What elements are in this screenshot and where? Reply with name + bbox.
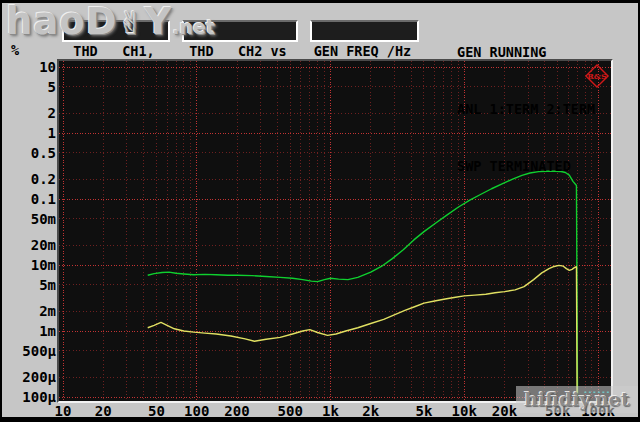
readout-box-ch1 [62,20,170,42]
y-tick-label: 10 [8,59,56,75]
analyzer-screen: THD CH1, THD CH2 vs GEN FREQ /Hz GEN RUN… [0,0,640,422]
x-tick-label: 100k [566,403,630,418]
status-readout: GEN RUNNING ANL 1:TERM 2:TERM SWP TERMIN… [457,5,595,214]
status-line-sweep: SWP TERMINATED [457,157,595,176]
y-tick-label: 5 [8,79,56,95]
y-tick-label: 200µ [8,369,56,385]
y-tick-label: 1 [8,125,56,141]
y-tick-label: 0.5 [8,145,56,161]
y-tick-label: 2m [8,303,56,319]
readout-label-ch2: THD CH2 vs [178,43,298,58]
readout-box-genfreq [310,20,419,42]
y-tick-label: 1m [8,323,56,339]
status-line-analyzer: ANL 1:TERM 2:TERM [457,100,595,119]
readout-label-genfreq: GEN FREQ /Hz [306,43,419,58]
readout-box-ch2 [182,20,298,42]
y-tick-label: 500µ [8,343,56,359]
y-tick-label: 5m [8,277,56,293]
y-tick-label: 20m [8,237,56,253]
y-tick-label: 10m [8,257,56,273]
y-tick-label: 0.2 [8,171,56,187]
y-tick-label: 2 [8,105,56,121]
readout-label-ch1: THD CH1, [58,43,170,58]
status-line-generator: GEN RUNNING [457,43,595,62]
y-axis-unit-label: % [11,42,19,58]
y-tick-label: 0.1 [8,191,56,207]
y-tick-label: 50m [8,211,56,227]
